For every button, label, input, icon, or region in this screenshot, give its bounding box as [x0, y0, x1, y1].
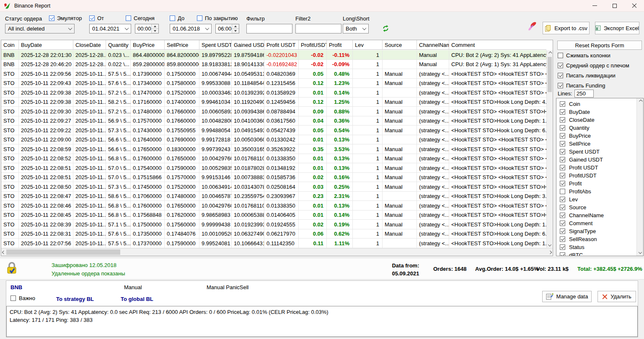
checkbox[interactable] — [560, 229, 565, 234]
column-toggle-spent-usdt[interactable]: Spent USDT — [556, 148, 643, 156]
checkbox[interactable] — [560, 236, 565, 242]
checkbox[interactable] — [560, 165, 565, 170]
table-row[interactable]: STO2025-10-11 22:09:382025-10-11...58.2 … — [1, 98, 546, 107]
to-checkbox[interactable] — [170, 15, 175, 21]
checkbox[interactable] — [560, 221, 565, 226]
column-toggle-profit-usdt[interactable]: Profit USDT — [556, 164, 643, 172]
spin-down-icon[interactable] — [152, 29, 158, 33]
table-row[interactable]: STO2025-10-11 22:09:302025-10-11...57.2 … — [1, 107, 546, 116]
checkbox[interactable] — [558, 73, 563, 78]
longshort-select[interactable]: Both — [343, 24, 369, 33]
today-checkbox[interactable] — [126, 15, 131, 21]
checklist-scrollbar[interactable] — [636, 98, 643, 256]
table-row[interactable]: STO2025-10-11 22:08:522025-10-11...56.8 … — [1, 154, 546, 164]
sidebar-option--funding[interactable]: Писать Funding — [558, 82, 605, 89]
column-toggle-quantity[interactable]: Quantity — [556, 124, 643, 132]
column-toggle-signaltype[interactable]: SignalType — [556, 227, 643, 235]
table-row[interactable]: STO2025-10-11 22:07:562025-10-11...57.5 … — [1, 239, 546, 248]
to-strategy-bl-link[interactable]: To strategy BL — [56, 296, 94, 302]
refresh-icon[interactable] — [382, 25, 389, 32]
checkbox[interactable] — [560, 252, 565, 256]
table-row[interactable]: STO2025-10-11 22:08:592025-10-11...56.6 … — [1, 144, 546, 154]
table-row[interactable]: STO2025-10-11 22:08:502025-10-11...57.3 … — [1, 182, 546, 192]
sidebar-option--[interactable]: Средний ордер с плечом — [558, 62, 629, 69]
checkbox[interactable] — [560, 197, 565, 202]
vertical-scrollbar-thumb[interactable] — [548, 57, 552, 92]
scroll-left-icon[interactable] — [1, 249, 6, 256]
table-row[interactable]: STO2025-10-11 22:08:512025-10-11...57.0 … — [1, 173, 546, 182]
table-row[interactable]: STO2025-10-11 22:08:312025-10-11...57.6 … — [1, 229, 546, 239]
checkbox[interactable] — [560, 149, 565, 154]
spin-up-icon[interactable] — [232, 24, 239, 29]
table-row[interactable]: BNB2025-12-28 20:46:202025-12-28...0.022… — [1, 60, 546, 69]
checkbox[interactable] — [560, 244, 565, 250]
column-toggle-gained-usdt[interactable]: Gained USDT — [556, 156, 643, 164]
rocket-icon[interactable] — [526, 21, 537, 32]
horizontal-scrollbar-thumb[interactable] — [6, 249, 120, 255]
by-close-checkbox-row[interactable]: По закрытию — [197, 15, 238, 21]
table-row[interactable]: STO2025-10-11 22:09:562025-10-11...57.5 … — [1, 69, 546, 79]
today-checkbox-row[interactable]: Сегодня — [126, 15, 155, 21]
checkbox[interactable] — [558, 53, 563, 58]
table-header-row[interactable]: CoinBuyDateCloseDateQuantityBuyPriceSell… — [1, 40, 546, 50]
column-toggle-channelname[interactable]: ChannelName — [556, 211, 643, 219]
column-header-gained-usdt[interactable]: Gained USDT — [232, 40, 264, 49]
checkbox[interactable] — [560, 205, 565, 210]
checkbox[interactable] — [558, 83, 563, 88]
column-toggle-coin[interactable]: Coin — [556, 100, 643, 108]
filter2-input[interactable] — [295, 24, 341, 33]
column-header-buydate[interactable]: BuyDate — [19, 40, 73, 49]
scroll-down-icon[interactable] — [637, 250, 643, 256]
table-row[interactable]: BNB2025-12-28 22:01:302025-12-28...0.023… — [1, 50, 546, 60]
column-toggle-profit[interactable]: Profit — [556, 180, 643, 187]
table-row[interactable]: STO2025-10-11 22:08:472025-10-11...58.6 … — [1, 192, 546, 201]
spin-up-icon[interactable] — [152, 24, 158, 29]
checkbox[interactable] — [560, 213, 565, 218]
checkbox[interactable] — [560, 141, 565, 146]
column-header-spent-usdt[interactable]: Spent USDT — [199, 40, 232, 49]
by-close-checkbox[interactable] — [197, 15, 202, 21]
column-header-profitusdt[interactable]: ProfitUSDT — [299, 40, 327, 49]
table-row[interactable]: STO2025-10-11 22:08:392025-10-11...57.1 … — [1, 220, 546, 229]
lines-input[interactable] — [574, 90, 594, 98]
minimize-button[interactable] — [585, 0, 605, 11]
checkbox[interactable] — [560, 125, 565, 131]
column-header-quantity[interactable]: Quantity — [106, 40, 131, 49]
to-time-stepper[interactable]: 06:00 — [215, 24, 239, 33]
column-header-buyprice[interactable]: BuyPrice — [131, 40, 165, 49]
table-row[interactable]: STO2025-10-11 22:08:512025-10-11...57.0 … — [1, 163, 546, 173]
order-status-select[interactable]: All incl. deleted — [5, 24, 75, 33]
vertical-scrollbar[interactable] — [546, 50, 553, 248]
column-toggle-buydate[interactable]: BuyDate — [556, 108, 643, 116]
filter-input[interactable] — [246, 24, 292, 33]
checkbox[interactable] — [558, 63, 563, 68]
checkbox[interactable] — [560, 109, 565, 115]
column-toggle-buyprice[interactable]: BuyPrice — [556, 132, 643, 140]
close-button[interactable] — [624, 0, 644, 11]
column-toggle-closedate[interactable]: CloseDate — [556, 116, 643, 124]
to-checkbox-row[interactable]: До — [170, 15, 184, 21]
checkbox[interactable] — [560, 181, 565, 186]
scroll-up-icon[interactable] — [637, 98, 643, 104]
column-toggle-profitusdt[interactable]: ProfitUSDT — [556, 172, 643, 180]
checkbox[interactable] — [560, 133, 565, 139]
column-header-source[interactable]: Source — [383, 40, 417, 49]
column-toggle-dbtc[interactable]: dBTC — [556, 251, 643, 256]
table-row[interactable]: STO2025-10-11 22:08:452025-10-11...56.8 … — [1, 211, 546, 220]
checkbox[interactable] — [560, 173, 565, 178]
from-checkbox-row[interactable]: От — [89, 15, 104, 21]
table-row[interactable]: STO2025-10-11 22:09:382025-10-11...57.2 … — [1, 88, 546, 98]
column-header-channelname[interactable]: ChannelName — [417, 40, 449, 49]
from-checkbox[interactable] — [89, 15, 95, 21]
important-checkbox-row[interactable]: Важно — [10, 295, 35, 301]
sidebar-option--[interactable]: Писать ликвидации — [558, 72, 616, 79]
column-header-profit-usdt[interactable]: Profit USDT — [264, 40, 299, 49]
order-comment-box[interactable]: CPU: Bot 2 (Avg: 2) Sys: 41 AppLatency: … — [6, 306, 638, 337]
checkbox[interactable] — [560, 189, 565, 194]
export-csv-button[interactable]: Export to .csv — [543, 22, 590, 34]
to-date-select[interactable]: 01.06.2018 — [170, 24, 212, 33]
horizontal-scrollbar[interactable] — [1, 248, 553, 256]
table-row[interactable]: STO2025-10-11 22:09:002025-10-11...56.6 … — [1, 135, 546, 145]
column-header-coin[interactable]: Coin — [1, 40, 19, 49]
from-time-stepper[interactable]: 00:00 — [135, 24, 159, 33]
